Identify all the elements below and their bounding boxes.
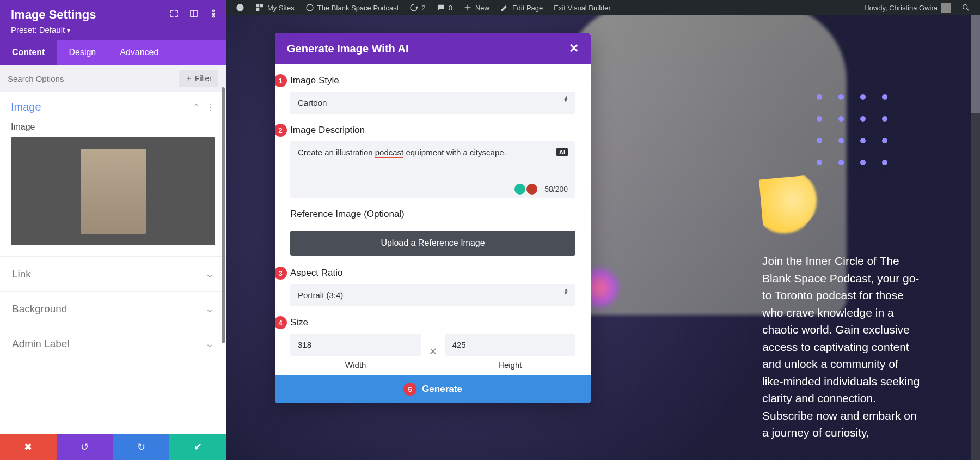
new-content[interactable]: New (458, 0, 495, 15)
site-name-label: The Blank Space Podcast (317, 4, 399, 12)
generate-button[interactable]: 5 Generate (275, 375, 591, 403)
comments[interactable]: 0 (431, 0, 458, 15)
page-scrollbar[interactable] (971, 15, 980, 460)
close-icon[interactable]: ✕ (569, 41, 579, 56)
field-image-label: Image (0, 118, 226, 137)
wp-admin-bar: My Sites The Blank Space Podcast 2 0 New… (226, 0, 980, 15)
aspect-ratio-select[interactable]: Portrait (3:4) (290, 284, 575, 306)
site-name[interactable]: The Blank Space Podcast (300, 0, 405, 15)
search-input[interactable] (8, 74, 173, 83)
group-image-header[interactable]: Image ⌃ ⋮ (0, 92, 226, 118)
updates-count: 2 (421, 4, 425, 12)
modal-header: Generate Image With AI ✕ (275, 33, 591, 64)
svg-point-6 (213, 16, 215, 17)
settings-sidebar: Image Settings Preset: Default Content D… (0, 0, 226, 460)
exit-visual-builder[interactable]: Exit Visual Builder (548, 0, 616, 15)
exit-builder-label: Exit Visual Builder (554, 4, 611, 12)
account-menu[interactable]: Howdy, Christina Gwira (859, 0, 956, 15)
cancel-button[interactable]: ✖ (0, 434, 57, 460)
tab-design[interactable]: Design (57, 40, 108, 65)
generate-label: Generate (422, 384, 462, 395)
accordion-background[interactable]: Background⌄ (0, 292, 226, 326)
save-button[interactable]: ✔ (169, 434, 226, 460)
edit-page-label: Edit Page (512, 4, 543, 12)
image-style-label: Image Style (290, 75, 575, 86)
ai-badge[interactable]: AI (556, 148, 568, 156)
search-toggle[interactable] (956, 0, 976, 15)
size-separator: ✕ (429, 346, 437, 358)
accordion-link[interactable]: Link⌄ (0, 257, 226, 292)
chevron-down-icon: ⌄ (205, 337, 214, 350)
svg-point-4 (213, 10, 215, 11)
chevron-down-icon: ⌄ (205, 302, 214, 315)
char-count: 58/200 (544, 185, 568, 193)
sidebar-scrollbar[interactable] (222, 87, 225, 343)
grammarly-widget[interactable] (514, 184, 537, 195)
aspect-ratio-value: Portrait (3:4) (290, 284, 575, 306)
svg-point-2 (963, 5, 967, 9)
undo-button[interactable]: ↺ (57, 434, 113, 460)
tab-advanced[interactable]: Advanced (108, 40, 170, 65)
image-style-value: Cartoon (290, 92, 575, 114)
step-badge-1: 1 (275, 74, 287, 87)
filter-button[interactable]: ＋Filter (179, 70, 218, 87)
focus-icon[interactable] (169, 9, 179, 19)
step-badge-4: 4 (275, 316, 287, 329)
decorative-dots (817, 94, 887, 165)
preset-dropdown[interactable]: Preset: Default (11, 25, 215, 34)
image-thumbnail (81, 149, 146, 234)
my-sites[interactable]: My Sites (250, 0, 300, 15)
my-sites-label: My Sites (267, 4, 295, 12)
modal-body: 1 Image Style Cartoon 2 Image Descriptio… (275, 64, 591, 375)
new-label: New (475, 4, 489, 12)
options-area: Image ⌃ ⋮ Image Link⌄ Background⌄ Admin … (0, 92, 226, 434)
tab-content[interactable]: Content (0, 40, 57, 65)
redo-button[interactable]: ↻ (113, 434, 170, 460)
image-style-select[interactable]: Cartoon (290, 92, 575, 114)
size-label: Size (290, 317, 575, 328)
step-badge-3: 3 (275, 267, 287, 280)
image-description-label: Image Description (290, 125, 575, 136)
sidebar-header: Image Settings Preset: Default (0, 0, 226, 40)
modal-title: Generate Image With AI (287, 43, 409, 55)
greeting: Howdy, Christina Gwira (864, 4, 938, 12)
avatar (941, 3, 951, 13)
more-icon[interactable] (209, 9, 218, 19)
filter-label: Filter (195, 74, 212, 83)
image-preview[interactable] (11, 137, 215, 245)
wp-logo[interactable] (230, 0, 250, 15)
svg-point-1 (307, 4, 313, 11)
width-input[interactable] (290, 334, 421, 356)
ai-image-modal: Generate Image With AI ✕ 1 Image Style C… (275, 33, 591, 403)
aspect-ratio-label: Aspect Ratio (290, 268, 575, 279)
search-row: ＋Filter (0, 65, 226, 92)
height-input[interactable] (445, 334, 576, 356)
upload-reference-button[interactable]: Upload a Reference Image (290, 231, 575, 256)
accordion-admin-label[interactable]: Admin Label⌄ (0, 326, 226, 361)
svg-point-5 (213, 13, 215, 15)
step-badge-2: 2 (275, 124, 287, 137)
page-body-text: Join the Inner Circle of The Blank Space… (762, 252, 920, 441)
comments-count: 0 (449, 4, 452, 12)
reference-image-label: Reference Image (Optional) (290, 209, 575, 220)
width-label: Width (290, 360, 421, 370)
sidebar-tabs: Content Design Advanced (0, 40, 226, 65)
sidebar-footer: ✖ ↺ ↻ ✔ (0, 434, 226, 460)
accordion-admin-label-label: Admin Label (12, 338, 70, 350)
updates[interactable]: 2 (404, 0, 431, 15)
edit-page[interactable]: Edit Page (495, 0, 548, 15)
accordion-link-label: Link (12, 268, 31, 280)
height-label: Height (445, 360, 576, 370)
group-image-title: Image (11, 101, 41, 113)
accordion: Link⌄ Background⌄ Admin Label⌄ (0, 256, 226, 361)
step-badge-5: 5 (403, 383, 416, 396)
accordion-background-label: Background (12, 303, 67, 315)
svg-point-0 (236, 4, 243, 11)
group-more-icon[interactable]: ⋮ (206, 102, 215, 112)
collapse-icon[interactable]: ⌃ (193, 102, 200, 112)
chevron-down-icon: ⌄ (205, 268, 214, 280)
layout-icon[interactable] (189, 9, 199, 19)
